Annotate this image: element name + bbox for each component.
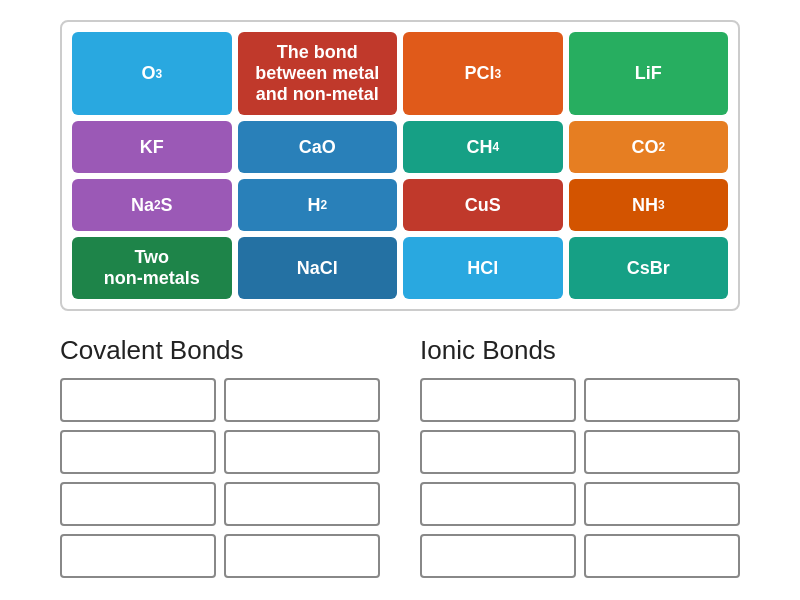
ionic-drop-6[interactable] bbox=[584, 482, 740, 526]
main-container: O3The bondbetween metaland non-metalPCl3… bbox=[0, 0, 800, 598]
card-nh3[interactable]: NH3 bbox=[569, 179, 729, 231]
ionic-category: Ionic Bonds bbox=[420, 335, 740, 578]
categories-container: Covalent Bonds Ionic Bonds bbox=[60, 335, 740, 578]
ionic-drop-4[interactable] bbox=[584, 430, 740, 474]
covalent-drop-1[interactable] bbox=[60, 378, 216, 422]
ionic-drop-1[interactable] bbox=[420, 378, 576, 422]
covalent-drop-3[interactable] bbox=[60, 430, 216, 474]
ionic-drop-7[interactable] bbox=[420, 534, 576, 578]
card-bond-desc[interactable]: The bondbetween metaland non-metal bbox=[238, 32, 398, 115]
ionic-drop-3[interactable] bbox=[420, 430, 576, 474]
card-grid-wrapper: O3The bondbetween metaland non-metalPCl3… bbox=[60, 20, 740, 311]
card-lif[interactable]: LiF bbox=[569, 32, 729, 115]
covalent-drop-2[interactable] bbox=[224, 378, 380, 422]
card-ch4[interactable]: CH4 bbox=[403, 121, 563, 173]
card-csbr[interactable]: CsBr bbox=[569, 237, 729, 299]
covalent-drop-5[interactable] bbox=[60, 482, 216, 526]
card-nacl[interactable]: NaCl bbox=[238, 237, 398, 299]
card-cao[interactable]: CaO bbox=[238, 121, 398, 173]
covalent-drop-4[interactable] bbox=[224, 430, 380, 474]
card-pcl3[interactable]: PCl3 bbox=[403, 32, 563, 115]
covalent-drop-7[interactable] bbox=[60, 534, 216, 578]
covalent-drop-8[interactable] bbox=[224, 534, 380, 578]
card-two-nonmetals[interactable]: Twonon-metals bbox=[72, 237, 232, 299]
covalent-drop-6[interactable] bbox=[224, 482, 380, 526]
card-kf[interactable]: KF bbox=[72, 121, 232, 173]
card-o3[interactable]: O3 bbox=[72, 32, 232, 115]
ionic-drop-5[interactable] bbox=[420, 482, 576, 526]
covalent-title: Covalent Bonds bbox=[60, 335, 380, 366]
card-h2[interactable]: H2 bbox=[238, 179, 398, 231]
card-na2s[interactable]: Na2S bbox=[72, 179, 232, 231]
ionic-title: Ionic Bonds bbox=[420, 335, 740, 366]
card-hcl[interactable]: HCl bbox=[403, 237, 563, 299]
card-co2[interactable]: CO2 bbox=[569, 121, 729, 173]
covalent-drop-grid bbox=[60, 378, 380, 578]
ionic-drop-2[interactable] bbox=[584, 378, 740, 422]
covalent-category: Covalent Bonds bbox=[60, 335, 380, 578]
ionic-drop-grid bbox=[420, 378, 740, 578]
ionic-drop-8[interactable] bbox=[584, 534, 740, 578]
card-cus[interactable]: CuS bbox=[403, 179, 563, 231]
card-grid: O3The bondbetween metaland non-metalPCl3… bbox=[72, 32, 728, 299]
